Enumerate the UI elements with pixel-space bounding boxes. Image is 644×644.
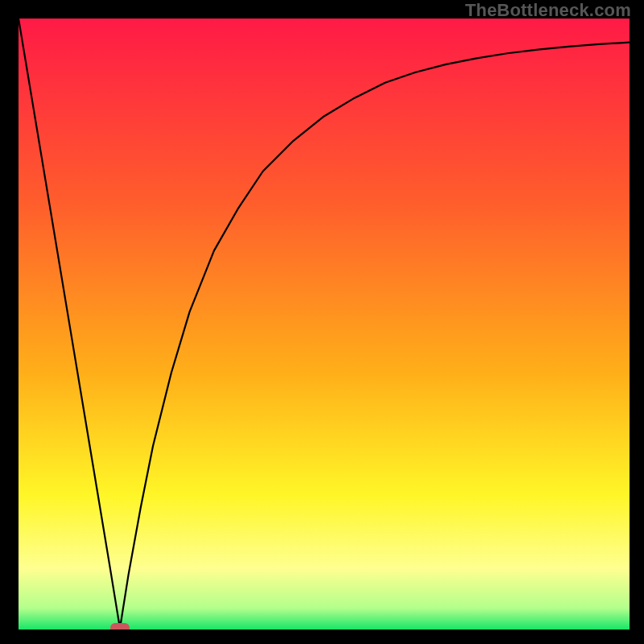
bottleneck-curve: [19, 19, 630, 630]
chart-frame: TheBottleneck.com: [0, 0, 644, 644]
plot-area: [19, 19, 630, 630]
optimal-marker: [110, 623, 130, 630]
